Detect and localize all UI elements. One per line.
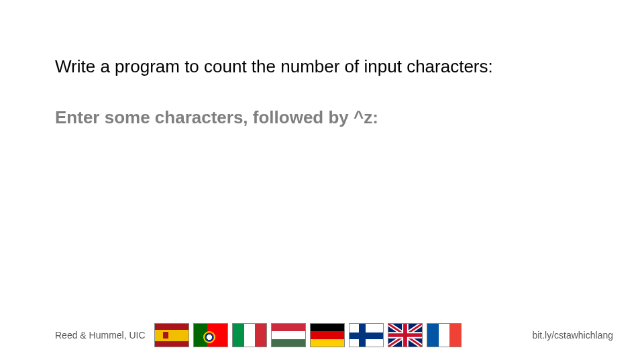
flag-italy-icon [232, 323, 267, 347]
slide-subtitle: Enter some characters, followed by ^z: [55, 107, 378, 128]
slide-title: Write a program to count the number of i… [55, 56, 493, 77]
flag-uk-icon [388, 323, 423, 347]
flag-hungary-icon [271, 323, 306, 347]
flag-row [154, 323, 462, 347]
flag-spain-icon [154, 323, 189, 347]
footer-authors: Reed & Hummel, UIC [55, 330, 146, 341]
flag-germany-icon [310, 323, 345, 347]
flag-finland-icon [349, 323, 384, 347]
flag-portugal-icon [193, 323, 228, 347]
footer-link: bit.ly/cstawhichlang [532, 330, 613, 341]
flag-france-icon [427, 323, 462, 347]
